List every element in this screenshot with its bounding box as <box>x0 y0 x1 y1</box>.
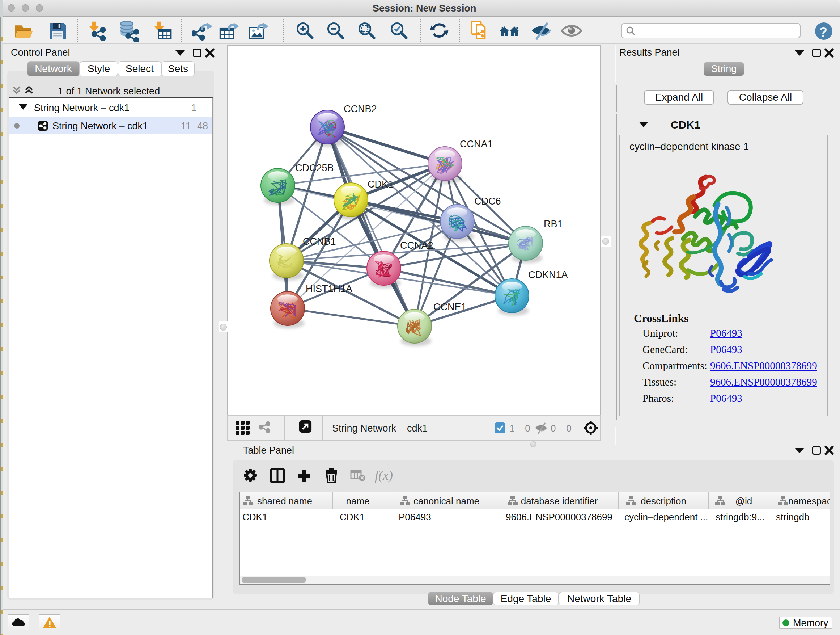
svg-text:RB1: RB1 <box>544 219 563 230</box>
svg-text:CCNB2: CCNB2 <box>344 103 377 114</box>
svg-text:CCNA1: CCNA1 <box>460 139 493 149</box>
svg-text:CDKN1A: CDKN1A <box>528 269 568 280</box>
svg-text:CCNA2: CCNA2 <box>400 240 433 251</box>
svg-text:CCNB1: CCNB1 <box>303 236 336 247</box>
svg-text:CCNE1: CCNE1 <box>433 302 467 312</box>
svg-text:CDK1: CDK1 <box>368 179 393 190</box>
svg-text:CDC6: CDC6 <box>474 196 501 207</box>
svg-text:HIST1H1A: HIST1H1A <box>306 283 352 295</box>
svg-text:CDC25B: CDC25B <box>295 163 334 173</box>
